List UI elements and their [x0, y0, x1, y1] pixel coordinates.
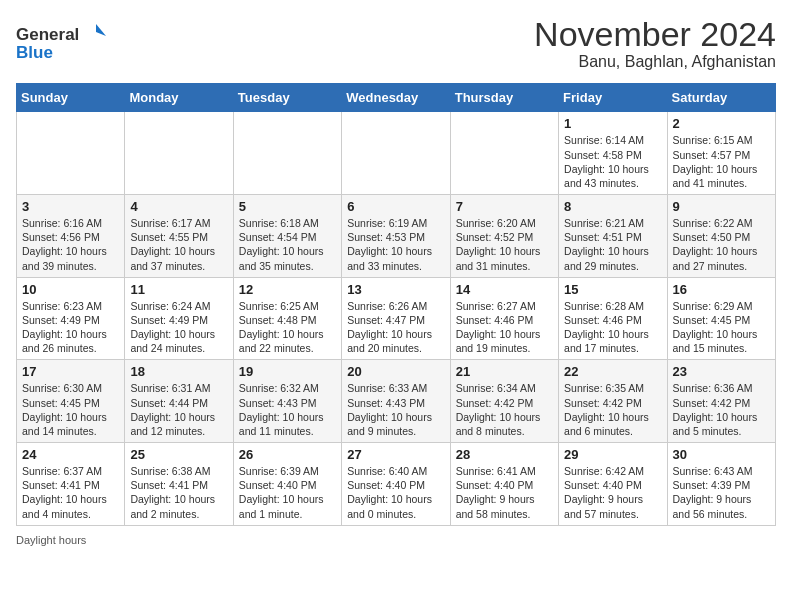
svg-text:Blue: Blue	[16, 43, 53, 62]
calendar-cell: 12Sunrise: 6:25 AM Sunset: 4:48 PM Dayli…	[233, 277, 341, 360]
day-detail: Sunrise: 6:16 AM Sunset: 4:56 PM Dayligh…	[22, 216, 119, 273]
day-number: 17	[22, 364, 119, 379]
calendar-header-sunday: Sunday	[17, 84, 125, 112]
day-detail: Sunrise: 6:39 AM Sunset: 4:40 PM Dayligh…	[239, 464, 336, 521]
day-number: 21	[456, 364, 553, 379]
calendar-cell: 17Sunrise: 6:30 AM Sunset: 4:45 PM Dayli…	[17, 360, 125, 443]
day-number: 3	[22, 199, 119, 214]
day-number: 22	[564, 364, 661, 379]
calendar-table: SundayMondayTuesdayWednesdayThursdayFrid…	[16, 83, 776, 525]
day-detail: Sunrise: 6:29 AM Sunset: 4:45 PM Dayligh…	[673, 299, 770, 356]
calendar-header-friday: Friday	[559, 84, 667, 112]
day-detail: Sunrise: 6:31 AM Sunset: 4:44 PM Dayligh…	[130, 381, 227, 438]
day-number: 1	[564, 116, 661, 131]
day-number: 16	[673, 282, 770, 297]
calendar-cell: 24Sunrise: 6:37 AM Sunset: 4:41 PM Dayli…	[17, 443, 125, 526]
day-number: 4	[130, 199, 227, 214]
day-detail: Sunrise: 6:35 AM Sunset: 4:42 PM Dayligh…	[564, 381, 661, 438]
day-detail: Sunrise: 6:36 AM Sunset: 4:42 PM Dayligh…	[673, 381, 770, 438]
calendar-cell: 27Sunrise: 6:40 AM Sunset: 4:40 PM Dayli…	[342, 443, 450, 526]
day-number: 28	[456, 447, 553, 462]
day-number: 10	[22, 282, 119, 297]
calendar-cell: 10Sunrise: 6:23 AM Sunset: 4:49 PM Dayli…	[17, 277, 125, 360]
calendar-cell	[17, 112, 125, 195]
day-number: 11	[130, 282, 227, 297]
day-detail: Sunrise: 6:23 AM Sunset: 4:49 PM Dayligh…	[22, 299, 119, 356]
calendar-cell: 9Sunrise: 6:22 AM Sunset: 4:50 PM Daylig…	[667, 195, 775, 278]
day-number: 19	[239, 364, 336, 379]
calendar-week-4: 17Sunrise: 6:30 AM Sunset: 4:45 PM Dayli…	[17, 360, 776, 443]
day-detail: Sunrise: 6:15 AM Sunset: 4:57 PM Dayligh…	[673, 133, 770, 190]
day-detail: Sunrise: 6:14 AM Sunset: 4:58 PM Dayligh…	[564, 133, 661, 190]
logo-svg: General Blue	[16, 20, 106, 64]
day-number: 18	[130, 364, 227, 379]
day-detail: Sunrise: 6:26 AM Sunset: 4:47 PM Dayligh…	[347, 299, 444, 356]
calendar-cell: 26Sunrise: 6:39 AM Sunset: 4:40 PM Dayli…	[233, 443, 341, 526]
calendar-cell: 22Sunrise: 6:35 AM Sunset: 4:42 PM Dayli…	[559, 360, 667, 443]
day-detail: Sunrise: 6:18 AM Sunset: 4:54 PM Dayligh…	[239, 216, 336, 273]
day-number: 5	[239, 199, 336, 214]
day-detail: Sunrise: 6:17 AM Sunset: 4:55 PM Dayligh…	[130, 216, 227, 273]
calendar-cell	[342, 112, 450, 195]
day-number: 12	[239, 282, 336, 297]
day-number: 6	[347, 199, 444, 214]
calendar-cell: 1Sunrise: 6:14 AM Sunset: 4:58 PM Daylig…	[559, 112, 667, 195]
day-detail: Sunrise: 6:41 AM Sunset: 4:40 PM Dayligh…	[456, 464, 553, 521]
day-number: 13	[347, 282, 444, 297]
calendar-header-saturday: Saturday	[667, 84, 775, 112]
calendar-header-thursday: Thursday	[450, 84, 558, 112]
day-number: 8	[564, 199, 661, 214]
calendar-header-monday: Monday	[125, 84, 233, 112]
calendar-cell: 30Sunrise: 6:43 AM Sunset: 4:39 PM Dayli…	[667, 443, 775, 526]
calendar-header-row: SundayMondayTuesdayWednesdayThursdayFrid…	[17, 84, 776, 112]
calendar-cell: 8Sunrise: 6:21 AM Sunset: 4:51 PM Daylig…	[559, 195, 667, 278]
calendar-cell: 4Sunrise: 6:17 AM Sunset: 4:55 PM Daylig…	[125, 195, 233, 278]
logo: General Blue	[16, 20, 106, 64]
day-number: 30	[673, 447, 770, 462]
day-detail: Sunrise: 6:27 AM Sunset: 4:46 PM Dayligh…	[456, 299, 553, 356]
day-number: 15	[564, 282, 661, 297]
calendar-cell: 16Sunrise: 6:29 AM Sunset: 4:45 PM Dayli…	[667, 277, 775, 360]
day-detail: Sunrise: 6:20 AM Sunset: 4:52 PM Dayligh…	[456, 216, 553, 273]
location-title: Banu, Baghlan, Afghanistan	[534, 53, 776, 71]
calendar-cell: 28Sunrise: 6:41 AM Sunset: 4:40 PM Dayli…	[450, 443, 558, 526]
calendar-cell	[125, 112, 233, 195]
calendar-cell: 11Sunrise: 6:24 AM Sunset: 4:49 PM Dayli…	[125, 277, 233, 360]
calendar-cell: 23Sunrise: 6:36 AM Sunset: 4:42 PM Dayli…	[667, 360, 775, 443]
footer-note: Daylight hours	[16, 534, 776, 546]
day-number: 2	[673, 116, 770, 131]
day-detail: Sunrise: 6:37 AM Sunset: 4:41 PM Dayligh…	[22, 464, 119, 521]
svg-text:General: General	[16, 25, 79, 44]
day-detail: Sunrise: 6:34 AM Sunset: 4:42 PM Dayligh…	[456, 381, 553, 438]
day-number: 27	[347, 447, 444, 462]
day-detail: Sunrise: 6:40 AM Sunset: 4:40 PM Dayligh…	[347, 464, 444, 521]
day-detail: Sunrise: 6:28 AM Sunset: 4:46 PM Dayligh…	[564, 299, 661, 356]
day-number: 26	[239, 447, 336, 462]
calendar-header-wednesday: Wednesday	[342, 84, 450, 112]
day-number: 24	[22, 447, 119, 462]
calendar-cell	[450, 112, 558, 195]
day-detail: Sunrise: 6:33 AM Sunset: 4:43 PM Dayligh…	[347, 381, 444, 438]
day-detail: Sunrise: 6:19 AM Sunset: 4:53 PM Dayligh…	[347, 216, 444, 273]
day-number: 29	[564, 447, 661, 462]
svg-marker-2	[96, 24, 106, 36]
day-detail: Sunrise: 6:43 AM Sunset: 4:39 PM Dayligh…	[673, 464, 770, 521]
calendar-cell: 2Sunrise: 6:15 AM Sunset: 4:57 PM Daylig…	[667, 112, 775, 195]
calendar-cell: 19Sunrise: 6:32 AM Sunset: 4:43 PM Dayli…	[233, 360, 341, 443]
day-detail: Sunrise: 6:25 AM Sunset: 4:48 PM Dayligh…	[239, 299, 336, 356]
calendar-week-2: 3Sunrise: 6:16 AM Sunset: 4:56 PM Daylig…	[17, 195, 776, 278]
calendar-week-5: 24Sunrise: 6:37 AM Sunset: 4:41 PM Dayli…	[17, 443, 776, 526]
day-detail: Sunrise: 6:30 AM Sunset: 4:45 PM Dayligh…	[22, 381, 119, 438]
calendar-cell: 13Sunrise: 6:26 AM Sunset: 4:47 PM Dayli…	[342, 277, 450, 360]
day-number: 7	[456, 199, 553, 214]
title-section: November 2024 Banu, Baghlan, Afghanistan	[534, 16, 776, 71]
calendar-cell: 3Sunrise: 6:16 AM Sunset: 4:56 PM Daylig…	[17, 195, 125, 278]
month-title: November 2024	[534, 16, 776, 53]
calendar-cell: 5Sunrise: 6:18 AM Sunset: 4:54 PM Daylig…	[233, 195, 341, 278]
day-detail: Sunrise: 6:22 AM Sunset: 4:50 PM Dayligh…	[673, 216, 770, 273]
day-detail: Sunrise: 6:32 AM Sunset: 4:43 PM Dayligh…	[239, 381, 336, 438]
calendar-cell: 18Sunrise: 6:31 AM Sunset: 4:44 PM Dayli…	[125, 360, 233, 443]
day-number: 23	[673, 364, 770, 379]
day-number: 9	[673, 199, 770, 214]
day-number: 20	[347, 364, 444, 379]
